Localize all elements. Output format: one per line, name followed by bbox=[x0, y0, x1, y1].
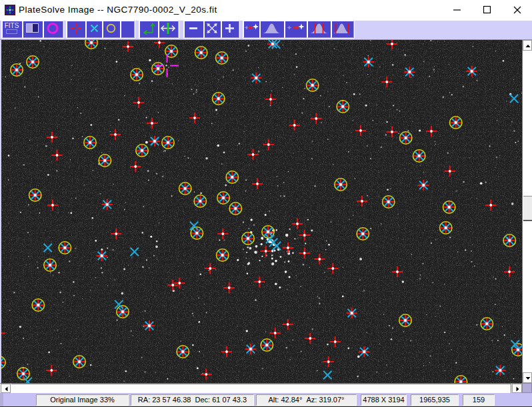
svg-text:FITS: FITS bbox=[5, 22, 19, 29]
